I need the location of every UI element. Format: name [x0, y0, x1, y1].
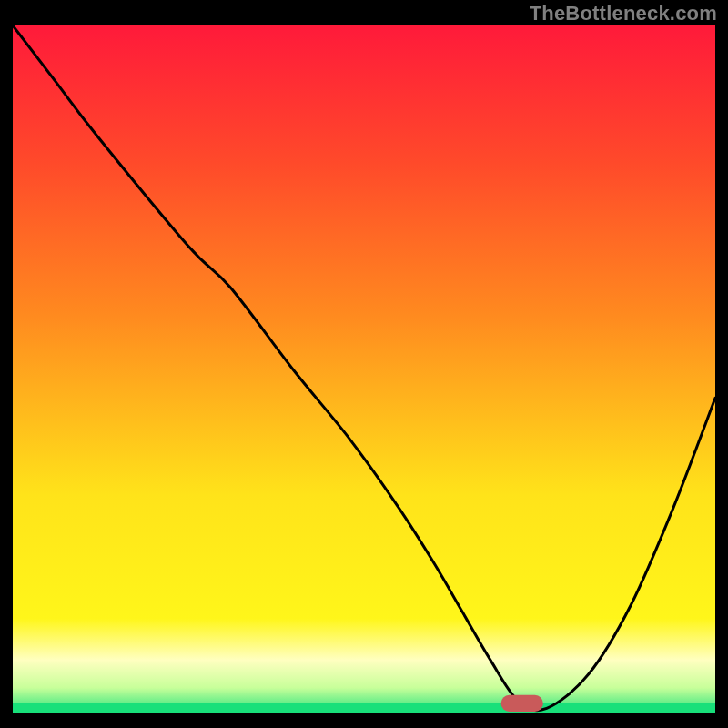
optimum-marker: [501, 695, 543, 712]
plot-area: [13, 25, 715, 715]
watermark-text: TheBottleneck.com: [530, 2, 717, 25]
bottleneck-curve-chart: [13, 25, 715, 715]
chart-frame: TheBottleneck.com: [0, 0, 728, 728]
svg-rect-0: [13, 25, 715, 715]
